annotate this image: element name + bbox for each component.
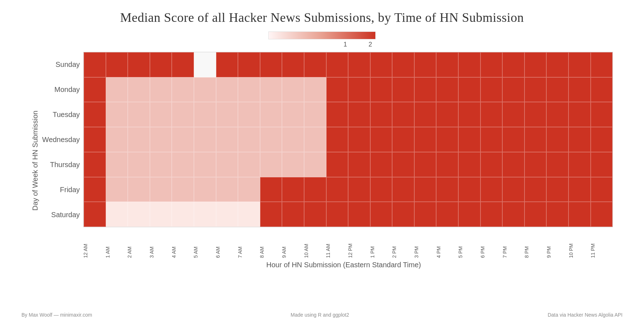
heatmap-cell [326,127,348,152]
x-axis-label: 6 PM [472,229,494,258]
chart-area: Day of Week of HN Submission SundayMonda… [31,52,613,269]
heatmap-cell [282,77,304,102]
heatmap-cell [238,102,260,127]
heatmap-cell [480,177,503,202]
heatmap-cell [502,152,525,177]
legend-label-2: 2 [369,41,372,48]
x-axis-label: 11 AM [317,229,339,258]
heatmap-cell [194,77,216,102]
heatmap-cell [392,77,414,102]
heatmap-cell [128,152,150,177]
heatmap-cell [84,202,106,227]
heatmap-cell [458,52,480,77]
heatmap-cell [392,177,414,202]
chart-title: Median Score of all Hacker News Submissi… [120,10,524,25]
heatmap-cell [106,52,128,77]
x-axis-label: 4 AM [163,229,185,258]
heatmap-cell [525,102,547,127]
heatmap-cell [414,77,436,102]
row-label: Saturday [42,202,80,227]
heatmap-cell [370,77,392,102]
heatmap-cell [591,102,613,127]
heatmap-cell [216,102,238,127]
heatmap-cell [282,202,304,227]
heatmap-cell [216,77,238,102]
heatmap-cell [502,102,525,127]
heatmap-cell [326,52,348,77]
heatmap-cell [348,152,370,177]
heatmap-cell [238,177,260,202]
heatmap-cell [150,127,172,152]
heatmap-cell [150,202,172,227]
heatmap-cell [569,77,591,102]
heatmap-cell [480,52,503,77]
heatmap-cell [436,177,458,202]
heatmap-cell [502,127,525,152]
heatmap-cell [194,52,216,77]
x-axis-label: 5 AM [185,229,207,258]
heatmap-cell [591,177,613,202]
heatmap-cell [238,127,260,152]
heatmap-cell [436,127,458,152]
row-label: Tuesday [42,102,80,127]
heatmap-cell [525,52,547,77]
heatmap-cell [458,102,480,127]
heatmap-cell [480,77,503,102]
heatmap-cell [392,52,414,77]
heatmap-cell [282,177,304,202]
heatmap-cell [370,102,392,127]
heatmap-cell [370,202,392,227]
x-axis-label: 2 PM [383,229,405,258]
heatmap-cell [502,52,525,77]
heatmap-cell [304,152,326,177]
heatmap-cell [238,77,260,102]
heatmap-cell [458,77,480,102]
x-axis-label: 3 PM [405,229,428,258]
heatmap-cell [260,52,282,77]
heatmap-cell [216,127,238,152]
x-axis-label: 5 PM [449,229,472,258]
heatmap-cell [260,77,282,102]
heatmap-cell [569,202,591,227]
heatmap-cell [304,177,326,202]
heatmap-cell [348,77,370,102]
heatmap-cell [348,177,370,202]
heatmap-cell [436,152,458,177]
heatmap-cell [392,102,414,127]
y-axis-label: Day of Week of HN Submission [31,111,39,211]
heatmap-cell [216,177,238,202]
heatmap-cell [326,177,348,202]
x-axis-label: 10 PM [560,229,582,258]
heatmap-cell [370,52,392,77]
heatmap-cell [546,152,569,177]
footer-center: Made using R and ggplot2 [291,312,349,318]
x-axis-label: 1 AM [97,229,119,258]
heatmap-cell [84,152,106,177]
heatmap-cell [546,127,569,152]
heatmap-cell [106,152,128,177]
x-axis-label: 8 PM [516,229,538,258]
heatmap-cell [569,102,591,127]
heatmap-cell [260,177,282,202]
heatmap-cell [525,127,547,152]
heatmap-cell [150,177,172,202]
heatmap-cell [216,52,238,77]
heatmap-cell [282,127,304,152]
heatmap-cell [414,177,436,202]
heatmap-cell [525,152,547,177]
heatmap-cell [458,177,480,202]
heatmap-cell [348,102,370,127]
heatmap-cell [480,202,503,227]
heatmap-cell [106,127,128,152]
heatmap-cell [591,52,613,77]
heatmap-cell [348,127,370,152]
heatmap-cell [414,202,436,227]
x-axis-label: 12 AM [74,229,97,258]
heatmap-with-labels: SundayMondayTuesdayWednesdayThursdayFrid… [42,52,613,227]
heatmap-cell [150,77,172,102]
x-axis-label: 2 AM [118,229,141,258]
heatmap-cell [436,77,458,102]
heatmap-cell [194,152,216,177]
heatmap-cell [569,52,591,77]
heatmap-cell [546,102,569,127]
